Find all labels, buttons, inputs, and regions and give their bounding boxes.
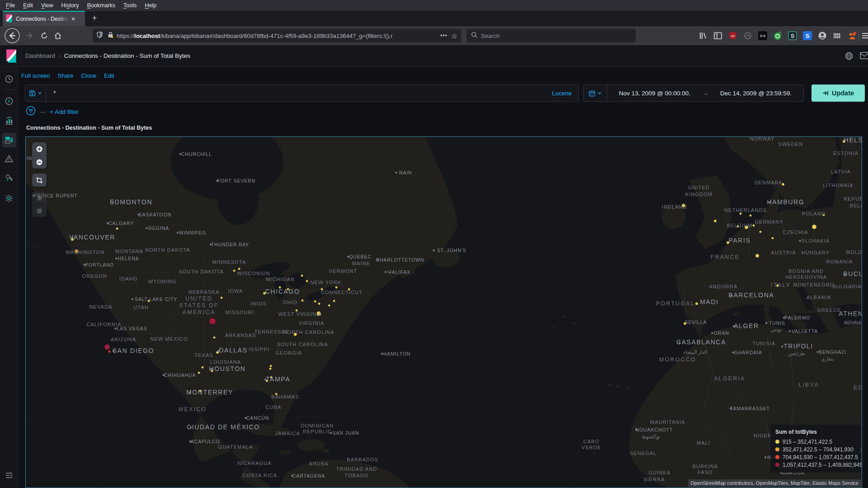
sidebar-item-management[interactable]	[5, 194, 13, 202]
tab-close-icon[interactable]: ✕	[71, 16, 75, 22]
edit-link[interactable]: Edit	[104, 72, 114, 79]
browser-tab[interactable]: Connections - Destinatio ✕	[3, 11, 85, 26]
menu-item-edit[interactable]: Edit	[19, 1, 37, 10]
sidebar-item-dashboard-active[interactable]	[2, 133, 16, 147]
menu-item-bookmarks[interactable]: Bookmarks	[83, 1, 120, 10]
data-point[interactable]	[213, 337, 216, 339]
hamburger-menu-icon[interactable]	[861, 31, 868, 40]
data-point[interactable]	[333, 300, 335, 302]
data-point[interactable]	[269, 368, 272, 370]
saved-query-menu[interactable]	[25, 85, 46, 101]
blue-s-extension-icon[interactable]: S	[803, 31, 812, 40]
ublock-extension-icon[interactable]: uO	[728, 31, 737, 40]
search-bar[interactable]: Search	[467, 29, 636, 42]
cloud-icon[interactable]	[844, 52, 854, 62]
data-point[interactable]	[755, 254, 759, 258]
sidebar-item-devtools[interactable]	[5, 174, 13, 182]
back-button[interactable]	[5, 28, 20, 43]
data-point[interactable]	[772, 237, 774, 239]
data-point[interactable]	[714, 220, 717, 222]
data-point[interactable]	[695, 302, 698, 305]
shield-icon[interactable]	[96, 31, 103, 40]
kibana-logo[interactable]	[5, 49, 17, 65]
disabled-extension-icon[interactable]	[743, 31, 752, 40]
data-point[interactable]	[760, 231, 762, 233]
clone-link[interactable]: Clone	[81, 72, 96, 79]
library-icon[interactable]	[698, 31, 708, 40]
data-point[interactable]	[270, 365, 272, 367]
data-point[interactable]	[740, 213, 742, 215]
data-point[interactable]	[221, 297, 223, 299]
data-point[interactable]	[812, 225, 816, 229]
map-attribution[interactable]: OpenStreetMap contributors, OpenMapTiles…	[688, 479, 861, 487]
url-bar[interactable]: https://localhost/kibana/app/kibana#/das…	[93, 29, 461, 42]
draw-rectangle-button[interactable]	[32, 204, 47, 217]
data-point[interactable]	[233, 270, 236, 272]
map-label: MISSOURI	[225, 310, 254, 315]
menu-item-history[interactable]: History	[57, 1, 83, 10]
reload-button[interactable]	[38, 29, 51, 42]
lock-warning-icon[interactable]	[107, 31, 114, 40]
data-point[interactable]	[116, 228, 118, 230]
containers-extension-icon[interactable]	[833, 31, 842, 40]
map-label: BOSNIA AND	[788, 268, 824, 274]
data-point[interactable]	[318, 303, 321, 305]
map-label: WYOMING	[148, 279, 177, 284]
data-point[interactable]	[108, 351, 111, 353]
menu-item-tools[interactable]: Tools	[119, 1, 141, 10]
update-button[interactable]: Update	[811, 84, 865, 102]
new-tab-button[interactable]: +	[89, 13, 100, 24]
stylus-extension-icon[interactable]: S	[788, 31, 797, 40]
full-screen-link[interactable]: Full screen	[21, 72, 50, 79]
breadcrumb-dashboard[interactable]: Dashboard	[25, 52, 55, 59]
fit-bounds-button[interactable]	[32, 174, 47, 187]
add-filter-link[interactable]: + Add filter	[50, 108, 79, 115]
sidebar-item-alerts[interactable]	[5, 155, 13, 163]
recent-clock-icon[interactable]	[5, 75, 13, 83]
data-point[interactable]	[750, 215, 752, 217]
time-start[interactable]: Nov 13, 2009 @ 00:00:00.	[607, 90, 702, 97]
collapse-nav-icon[interactable]	[5, 472, 13, 480]
data-point[interactable]	[314, 300, 316, 303]
data-point[interactable]	[302, 300, 304, 302]
sidebar-item-visualize[interactable]	[5, 117, 13, 125]
filter-icon[interactable]	[26, 106, 36, 117]
panel-title[interactable]: Connections - Destination - Sum of Total…	[26, 125, 152, 131]
envelope-icon[interactable]	[860, 52, 868, 61]
data-point[interactable]	[301, 275, 303, 277]
forward-button[interactable]	[24, 29, 36, 42]
data-point[interactable]	[753, 225, 755, 227]
data-point[interactable]	[202, 366, 204, 369]
time-end[interactable]: Dec 14, 2009 @ 23:59:59.	[708, 90, 803, 97]
calendar-menu[interactable]	[584, 85, 607, 101]
data-point[interactable]	[335, 286, 338, 289]
data-point[interactable]	[198, 372, 200, 374]
map-canvas[interactable]: INCHURCHILLFORT SEVERNNAINPRINCE RUPERTE…	[26, 137, 862, 488]
cookie-extension-icon[interactable]	[758, 31, 767, 40]
query-language-toggle[interactable]: Lucene	[552, 90, 572, 97]
zoom-in-button[interactable]	[32, 142, 47, 155]
draw-polygon-button[interactable]	[32, 192, 47, 204]
coordinate-map-panel[interactable]: INCHURCHILLFORT SEVERNNAINPRINCE RUPERTE…	[25, 136, 862, 488]
sidebar-toggle-icon[interactable]	[713, 31, 722, 40]
data-point[interactable]	[209, 318, 216, 324]
share-link[interactable]: Share	[58, 72, 74, 79]
menu-item-view[interactable]: View	[37, 1, 57, 10]
green-extension-icon[interactable]	[773, 31, 782, 40]
page-actions-icon[interactable]: •••	[440, 33, 448, 39]
menu-item-file[interactable]: File	[2, 1, 19, 10]
menu-item-help[interactable]: Help	[141, 1, 160, 10]
data-point[interactable]	[104, 344, 110, 350]
query-input[interactable]: *	[53, 89, 552, 97]
orange-extension-icon[interactable]	[848, 31, 857, 40]
bookmark-star-icon[interactable]: ☆	[451, 32, 458, 40]
zoom-out-button[interactable]	[32, 155, 47, 169]
sidebar-item-discover[interactable]	[5, 97, 13, 105]
account-icon[interactable]	[818, 31, 827, 40]
data-point[interactable]	[306, 280, 308, 282]
home-button[interactable]	[52, 29, 64, 42]
map-label: POLAND	[802, 211, 826, 216]
url-text[interactable]: https://localhost/kibana/app/kibana#/das…	[117, 33, 437, 39]
data-point[interactable]	[238, 268, 241, 270]
data-point[interactable]	[328, 305, 330, 307]
